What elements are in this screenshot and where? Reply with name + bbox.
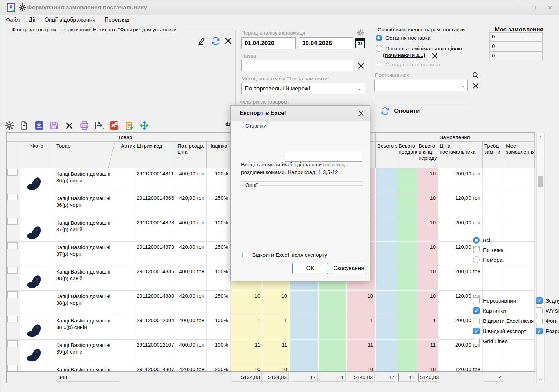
markup-cell[interactable]: 250% xyxy=(207,193,231,217)
row-select-box[interactable] xyxy=(7,218,18,225)
qty-cell-1[interactable]: 10 xyxy=(263,291,290,315)
total-cell-2[interactable]: 10 xyxy=(417,168,438,193)
qty-cell-2[interactable] xyxy=(290,364,319,372)
row-select-box[interactable] xyxy=(7,291,18,298)
qty-cell-2[interactable] xyxy=(290,291,319,315)
markup-cell[interactable]: 250% xyxy=(207,242,231,266)
barcode-cell[interactable]: 2911200014866 xyxy=(135,193,176,217)
row-selector[interactable] xyxy=(7,266,20,291)
total-cell-1[interactable] xyxy=(397,291,417,315)
table-row-9[interactable]: Капці Bastion домашні2911200014807420,00… xyxy=(7,364,535,372)
total-cell-2[interactable]: 10 xyxy=(417,242,438,266)
product-name-cell[interactable]: Капці Bastion домашні xyxy=(55,364,119,372)
option-left-3[interactable]: Відкрити Excel після xyxy=(473,318,534,324)
row-select-box[interactable] xyxy=(7,340,18,347)
barcode-cell[interactable]: 2911200012084 xyxy=(135,315,176,340)
option-right-2[interactable]: WYSIWYG xyxy=(536,307,559,314)
retail-price-cell[interactable]: 420,00 грн xyxy=(176,193,207,217)
row-selector[interactable] xyxy=(7,168,20,193)
total-cell-2[interactable]: 10 xyxy=(417,364,438,372)
article-cell[interactable] xyxy=(119,242,135,266)
total-cell-1[interactable] xyxy=(397,364,417,372)
product-name-cell[interactable]: Капці Bastion домашні 38,5(р) синій xyxy=(55,315,119,340)
qty-cell-0[interactable]: 1 xyxy=(231,315,263,340)
barcode-cell[interactable]: 2911200014807 xyxy=(135,364,176,372)
vertical-scrollbar[interactable]: ⌃ ⌄ xyxy=(536,133,545,383)
article-cell[interactable] xyxy=(119,168,135,193)
row-selector[interactable] xyxy=(7,242,20,266)
total-cell-0[interactable] xyxy=(376,364,397,372)
menu-item-3[interactable]: Опції відображення xyxy=(44,17,95,23)
total-cell-0[interactable] xyxy=(376,340,397,364)
barcode-cell[interactable]: 2911200014811 xyxy=(135,168,176,193)
supply-option-3[interactable]: Склад постачальника xyxy=(376,61,440,68)
qty-cell-0[interactable]: 10 xyxy=(231,364,263,372)
column-header-треба-зам-ти[interactable]: Треба зам-ти xyxy=(483,142,504,168)
total-cell-2[interactable]: 1 xyxy=(417,315,438,340)
total-cell-0[interactable] xyxy=(376,291,397,315)
qty-cell-1[interactable]: 11 xyxy=(263,340,290,364)
qty-cell-4[interactable]: 10 xyxy=(347,364,376,372)
article-cell[interactable] xyxy=(119,291,135,315)
product-photo[interactable] xyxy=(20,291,55,315)
menu-item-1[interactable]: Файл xyxy=(6,17,20,23)
total-cell-2[interactable]: 11 xyxy=(417,340,438,364)
starting-from-link[interactable]: (починаючи з...) xyxy=(383,52,425,58)
clear-starting-from-icon[interactable] xyxy=(431,52,438,60)
edit-filter-icon[interactable] xyxy=(196,36,207,46)
refresh-filter-icon[interactable] xyxy=(210,36,221,46)
total-cell-1[interactable] xyxy=(397,340,417,364)
markup-cell[interactable]: 100% xyxy=(207,266,231,291)
move-icon[interactable] xyxy=(139,120,150,131)
pages-option-1[interactable]: Всі xyxy=(473,237,491,244)
column-header-моє-замовлення[interactable]: Моє замовлення xyxy=(504,142,535,168)
column-header-штрих-код[interactable]: Штрих-код xyxy=(135,142,176,168)
need-order-cell[interactable] xyxy=(483,266,504,291)
search-icon[interactable] xyxy=(471,71,480,79)
total-cell-1[interactable] xyxy=(397,266,417,291)
my-order-cell[interactable] xyxy=(504,266,535,291)
product-name-cell[interactable]: Капці Bastion домашні 38(р) чорні xyxy=(55,291,119,315)
markup-cell[interactable]: 100% xyxy=(207,315,231,340)
product-photo[interactable] xyxy=(20,193,55,217)
refresh-button[interactable]: Оновити xyxy=(380,107,420,116)
pages-option-3[interactable]: Номера: xyxy=(473,256,504,263)
retail-price-cell[interactable]: 400,00 грн xyxy=(176,315,207,340)
qty-cell-3[interactable] xyxy=(319,364,347,372)
calendar-icon[interactable]: 23 xyxy=(355,38,365,48)
my-order-cell[interactable] xyxy=(504,193,535,217)
column-header-артикул[interactable]: Артикул xyxy=(119,142,135,168)
row-select-box[interactable] xyxy=(7,169,18,176)
settings-icon[interactable] xyxy=(4,120,14,131)
product-photo[interactable] xyxy=(20,217,55,242)
barcode-cell[interactable]: 2911200014835 xyxy=(135,266,176,291)
qty-cell-2[interactable] xyxy=(290,340,319,364)
supplier-price-cell[interactable]: 120,00 грн xyxy=(438,364,483,372)
save-icon[interactable] xyxy=(49,120,59,131)
column-header-товар[interactable]: Товар xyxy=(55,142,119,168)
close-button[interactable]: ✕ xyxy=(544,3,556,12)
qty-cell-1[interactable]: 1 xyxy=(263,315,290,340)
total-cell-1[interactable] xyxy=(397,315,417,340)
option-right-1[interactable]: ✓Зєднувати клітинки xyxy=(536,297,559,304)
supplier-price-cell[interactable]: 200,00 грн xyxy=(438,266,483,291)
qty-cell-4[interactable]: 11 xyxy=(347,340,376,364)
clear-supplier-icon[interactable] xyxy=(471,81,480,90)
scrollbar-thumb[interactable] xyxy=(538,176,543,187)
supplier-price-cell[interactable]: 200,00 грн xyxy=(438,168,483,193)
product-photo[interactable] xyxy=(20,315,55,340)
table-row-6[interactable]: Капці Bastion домашні 38(р) чорні2911200… xyxy=(7,291,535,315)
qty-cell-0[interactable]: 11 xyxy=(231,340,263,364)
product-photo[interactable] xyxy=(20,340,55,364)
product-photo[interactable] xyxy=(20,364,55,372)
qty-cell-3[interactable] xyxy=(319,315,347,340)
retail-price-cell[interactable]: 400,00 грн xyxy=(176,266,207,291)
row-selector[interactable] xyxy=(7,291,20,315)
product-name-cell[interactable]: Капці Bastion домашні 39(р) синій xyxy=(55,340,119,364)
need-order-cell[interactable] xyxy=(483,364,504,372)
total-cell-2[interactable]: 10 xyxy=(417,193,438,217)
column-header-всього-продано[interactable]: Всього продано xyxy=(397,142,417,168)
scroll-up-icon[interactable]: ⌃ xyxy=(537,134,544,141)
column-header-всього-в-кінці-періоду[interactable]: Всього в кінці періоду xyxy=(417,142,438,168)
excel-close-icon[interactable] xyxy=(109,120,119,131)
